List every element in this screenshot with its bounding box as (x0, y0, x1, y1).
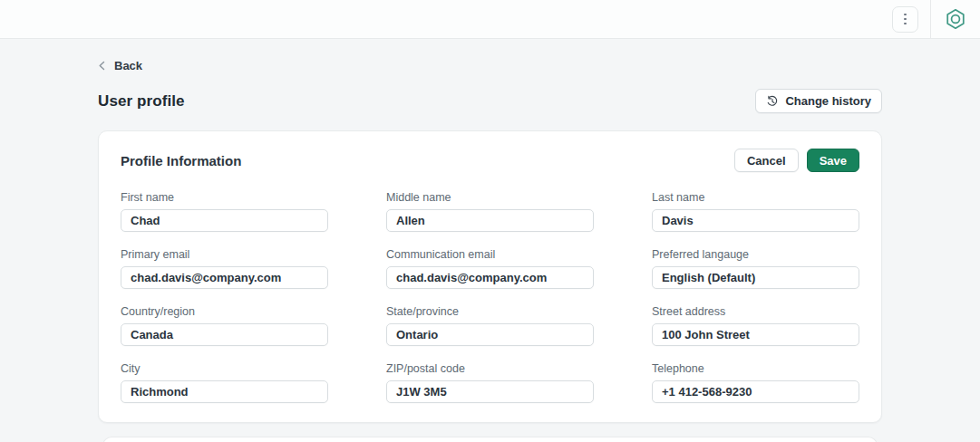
field-country-region: Country/region (121, 305, 328, 346)
chevron-left-icon (98, 61, 106, 71)
field-primary-email: Primary email (121, 248, 328, 289)
field-state-province: State/province (386, 305, 594, 346)
country-region-input[interactable] (121, 323, 328, 346)
save-button[interactable]: Save (807, 149, 859, 172)
communication-email-input[interactable] (386, 266, 594, 289)
next-card-peek (102, 437, 878, 442)
field-city: City (121, 362, 328, 403)
field-street-address: Street address (652, 305, 859, 346)
country-region-label: Country/region (121, 305, 328, 318)
first-name-input[interactable] (121, 209, 328, 232)
field-preferred-language: Preferred langauge (652, 248, 859, 289)
last-name-input[interactable] (652, 209, 859, 232)
topbar-divider (930, 0, 931, 38)
field-telephone: Telephone (652, 362, 859, 403)
state-province-label: State/province (386, 305, 594, 318)
state-province-input[interactable] (386, 323, 594, 346)
page-content: Back User profile Change history Profile… (98, 39, 882, 423)
zip-postal-code-input[interactable] (386, 380, 594, 403)
city-label: City (121, 362, 328, 375)
profile-form: First name Middle name Last name Primary… (121, 191, 859, 403)
preferred-language-input[interactable] (652, 266, 859, 289)
city-input[interactable] (121, 380, 328, 403)
preferred-language-label: Preferred langauge (652, 248, 859, 261)
primary-email-input[interactable] (121, 266, 328, 289)
first-name-label: First name (121, 191, 328, 204)
zip-postal-code-label: ZIP/postal code (386, 362, 594, 375)
primary-email-label: Primary email (121, 248, 328, 261)
card-header: Profile Information Cancel Save (121, 149, 859, 172)
back-label: Back (114, 59, 142, 72)
street-address-input[interactable] (652, 323, 859, 346)
cancel-button[interactable]: Cancel (734, 149, 799, 172)
profile-information-card: Profile Information Cancel Save First na… (98, 130, 882, 423)
hexagon-logo-icon[interactable] (944, 7, 967, 31)
back-link[interactable]: Back (98, 59, 142, 72)
more-options-button[interactable] (892, 6, 918, 33)
middle-name-input[interactable] (386, 209, 594, 232)
field-communication-email: Communication email (386, 248, 594, 289)
change-history-label: Change history (785, 94, 871, 108)
history-clock-icon (766, 95, 779, 108)
card-title: Profile Information (121, 153, 241, 168)
topbar (0, 0, 980, 39)
telephone-input[interactable] (652, 380, 859, 403)
last-name-label: Last name (652, 191, 859, 204)
field-zip-postal-code: ZIP/postal code (386, 362, 594, 403)
title-row: User profile Change history (98, 89, 882, 113)
communication-email-label: Communication email (386, 248, 594, 261)
kebab-icon (904, 14, 907, 16)
page-title: User profile (98, 92, 185, 110)
telephone-label: Telephone (652, 362, 859, 375)
card-actions: Cancel Save (734, 149, 859, 172)
street-address-label: Street address (652, 305, 859, 318)
change-history-button[interactable]: Change history (755, 89, 882, 113)
middle-name-label: Middle name (386, 191, 594, 204)
field-first-name: First name (121, 191, 328, 232)
field-last-name: Last name (652, 191, 859, 232)
field-middle-name: Middle name (386, 191, 594, 232)
